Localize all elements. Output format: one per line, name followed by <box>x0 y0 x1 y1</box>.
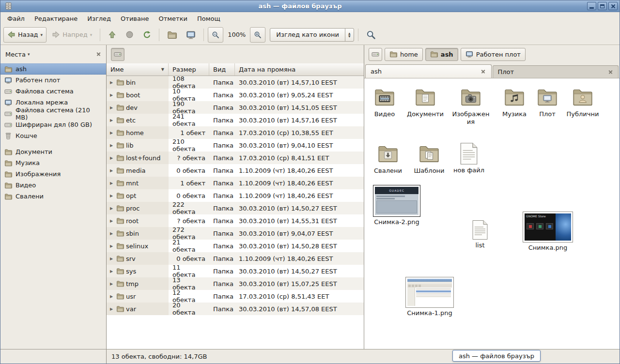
expander-icon[interactable]: ▶ <box>108 118 114 122</box>
expander-icon[interactable]: ▶ <box>108 307 114 311</box>
expander-icon[interactable]: ▶ <box>108 131 114 135</box>
sidebar-item-video[interactable]: Видео <box>0 180 106 191</box>
sidebar-item-filesystem-210mb[interactable]: Файлова система (210 MB) <box>0 108 106 119</box>
table-row[interactable]: ▶ boot 10 обекта Папка 30.03.2010 (вт) 9… <box>107 89 364 101</box>
expander-icon[interactable]: ▶ <box>108 269 114 273</box>
icon-item-documents[interactable]: Документи <box>404 86 446 118</box>
menu-bookmarks[interactable]: Отметки <box>155 14 191 24</box>
icon-item-downloads[interactable]: Свалени <box>367 142 409 175</box>
sidebar-item-filesystem[interactable]: Файлова система <box>0 86 106 97</box>
table-row[interactable]: ▶ sbin 272 обекта Папка 30.03.2010 (вт) … <box>107 227 364 240</box>
sidebar-item-downloads[interactable]: Свалени <box>0 191 106 202</box>
icon-item-list-file[interactable]: list <box>459 220 501 249</box>
file-size: 21 обекта <box>169 240 209 252</box>
combo-spin-icons[interactable]: ▲ ▼ <box>345 29 354 41</box>
expander-icon[interactable]: ▶ <box>108 93 114 97</box>
expander-icon[interactable]: ▶ <box>108 231 114 236</box>
expander-icon[interactable]: ▶ <box>108 206 114 211</box>
sidebar-item-desktop[interactable]: Работен плот <box>0 75 106 86</box>
expander-icon[interactable]: ▶ <box>108 282 114 286</box>
expander-icon[interactable]: ▶ <box>108 106 114 110</box>
table-row[interactable]: ▶ srv 0 обекта Папка 1.10.2009 (чт) 18,4… <box>107 252 364 265</box>
expander-icon[interactable]: ▶ <box>108 194 114 198</box>
zoom-out-button[interactable] <box>208 27 223 43</box>
menu-edit[interactable]: Редактиране <box>31 14 81 24</box>
column-header-date[interactable]: Дата на промяна <box>235 63 364 76</box>
table-row[interactable]: ▶ opt 0 обекта Папка 1.10.2009 (чт) 18,4… <box>107 189 364 202</box>
view-mode-select[interactable]: Изглед като икони ▲ ▼ <box>270 28 354 42</box>
table-row[interactable]: ▶ lost+found ? обекта Папка 17.03.2010 (… <box>107 152 364 164</box>
minimize-button[interactable] <box>587 2 596 10</box>
path-home-button[interactable]: home <box>385 48 423 61</box>
table-row[interactable]: ▶ home 1 обект Папка 17.03.2010 (ср) 10,… <box>107 126 364 139</box>
expander-icon[interactable]: ▶ <box>108 181 114 185</box>
icon-item-images[interactable]: Изображения <box>452 86 490 125</box>
table-row[interactable]: ▶ usr 12 обекта Папка 17.03.2010 (ср) 8,… <box>107 290 364 303</box>
maximize-button[interactable] <box>598 2 607 10</box>
home-button[interactable] <box>163 27 181 43</box>
icon-item-snimka2[interactable]: GUADEC Снимка-2.png <box>370 185 423 226</box>
thumbnail-content <box>407 279 452 306</box>
sidebar-item-encrypted-80gb[interactable]: Шифриран дял (80 GB) <box>0 119 106 130</box>
table-row[interactable]: ▶ selinux 21 обекта Папка 30.03.2010 (вт… <box>107 240 364 252</box>
back-button[interactable]: Назад ▾ <box>3 27 46 43</box>
close-button[interactable] <box>608 2 618 10</box>
expander-icon[interactable]: ▶ <box>108 257 114 261</box>
tab-close-icon[interactable] <box>481 69 486 74</box>
sidebar-title[interactable]: Места <box>5 51 26 58</box>
expander-icon[interactable]: ▶ <box>108 80 114 85</box>
tab-ash[interactable]: ash <box>365 64 492 78</box>
icon-item-new-file[interactable]: нов файл <box>448 142 490 174</box>
path-root-button[interactable] <box>369 48 382 61</box>
menu-help[interactable]: Помощ <box>193 14 224 24</box>
path-desktop-button[interactable]: Работен плот <box>461 48 526 61</box>
table-row[interactable]: ▶ etc 241 обекта Папка 30.03.2010 (вт) 1… <box>107 114 364 126</box>
expander-icon[interactable]: ▶ <box>108 168 114 173</box>
sidebar-item-ash[interactable]: ash <box>0 63 106 75</box>
table-row[interactable]: ▶ lib 210 обекта Папка 30.03.2010 (вт) 9… <box>107 139 364 152</box>
expander-icon[interactable]: ▶ <box>108 294 114 299</box>
back-dropdown-icon[interactable]: ▾ <box>41 32 43 37</box>
icon-item-snimka1[interactable]: Снимка-1.png <box>403 277 456 317</box>
tab-plot[interactable]: Плот <box>493 65 619 78</box>
expander-icon[interactable]: ▶ <box>108 244 114 248</box>
table-row[interactable]: ▶ dev 190 обекта Папка 30.03.2010 (вт) 1… <box>107 101 364 114</box>
expander-icon[interactable]: ▶ <box>108 219 114 223</box>
icon-item-video[interactable]: Видео <box>364 86 405 118</box>
table-row[interactable]: ▶ root ? обекта Папка 30.03.2010 (вт) 14… <box>107 214 364 227</box>
table-row[interactable]: ▶ media 0 обекта Папка 1.10.2009 (чт) 18… <box>107 164 364 177</box>
sidebar-item-music[interactable]: Музика <box>0 157 106 168</box>
sidebar-close-icon[interactable] <box>96 52 101 57</box>
forward-button[interactable]: Напред ▾ <box>48 27 96 43</box>
table-row[interactable]: ▶ bin 108 обекта Папка 30.03.2010 (вт) 1… <box>107 76 364 89</box>
sidebar-item-images[interactable]: Изображения <box>0 168 106 180</box>
expander-icon[interactable]: ▶ <box>108 156 114 160</box>
table-row[interactable]: ▶ proc 222 обекта Папка 30.03.2010 (вт) … <box>107 202 364 214</box>
computer-button[interactable] <box>182 27 200 43</box>
expander-icon[interactable]: ▶ <box>108 143 114 148</box>
tab-close-icon[interactable] <box>608 69 613 75</box>
sidebar-item-trash[interactable]: Кошче <box>0 130 106 141</box>
zoom-in-button[interactable] <box>250 27 265 43</box>
stop-button[interactable] <box>122 27 138 43</box>
table-row[interactable]: ▶ mnt 1 обект Папка 1.10.2009 (чт) 18,40… <box>107 177 364 189</box>
search-button[interactable] <box>362 27 380 43</box>
menu-view[interactable]: Изглед <box>83 14 115 24</box>
table-row[interactable]: ▶ var 20 обекта Папка 30.03.2010 (вт) 14… <box>107 303 364 315</box>
reload-button[interactable] <box>139 27 155 43</box>
path-root-button[interactable] <box>111 48 124 61</box>
icon-item-templates[interactable]: Шаблони <box>408 142 450 175</box>
table-row[interactable]: ▶ tmp 13 обекта Папка 30.03.2010 (вт) 15… <box>107 277 364 290</box>
table-row[interactable]: ▶ sys 11 обекта Папка 30.03.2010 (вт) 14… <box>107 265 364 277</box>
column-header-name[interactable]: Име ▼ <box>107 63 169 76</box>
up-button[interactable] <box>104 27 120 43</box>
path-ash-button[interactable]: ash <box>425 48 458 61</box>
column-header-size[interactable]: Размер <box>169 63 209 76</box>
column-header-kind[interactable]: Вид <box>209 63 235 76</box>
menu-file[interactable]: Файл <box>3 14 29 24</box>
icon-item-snimka[interactable]: GNOME Store Снимка.png <box>521 212 574 252</box>
sidebar-caret-icon[interactable]: ▾ <box>28 52 30 57</box>
menu-go[interactable]: Отиване <box>117 14 153 24</box>
sidebar-item-documents[interactable]: Документи <box>0 146 106 157</box>
icon-item-public[interactable]: Публични <box>562 86 604 118</box>
